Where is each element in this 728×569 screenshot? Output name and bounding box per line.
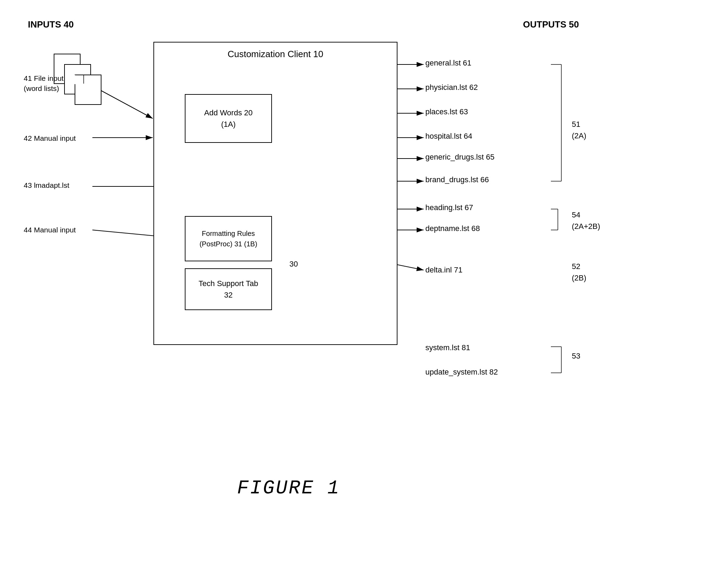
output-64: hospital.lst 64 [425,132,472,141]
input-41-label: 41 File input (word lists) [24,73,63,94]
output-61: general.lst 61 [425,59,471,68]
side-label-51: 51 (2A) [572,118,586,141]
output-65: generic_drugs.lst 65 [425,153,494,162]
bracket-30-label: 30 [289,260,298,269]
input-42-label: 42 Manual input [24,134,76,143]
side-label-53: 53 [572,350,580,362]
output-82: update_system.lst 82 [425,368,498,377]
tech-support-box: Tech Support Tab 32 [185,268,272,310]
output-66: brand_drugs.lst 66 [425,175,489,184]
figure-label: FIGURE 1 [237,477,340,499]
input-43-label: 43 lmadapt.lst [24,181,69,190]
svg-rect-3 [75,75,101,105]
formatting-rules-box: Formatting Rules (PostProc) 31 (1B) [185,216,272,261]
inputs-label: INPUTS 40 [28,19,74,30]
output-68: deptname.lst 68 [425,224,480,233]
output-81: system.lst 81 [425,343,470,352]
output-62: physician.lst 62 [425,83,478,92]
add-words-box: Add Words 20 (1A) [185,94,272,143]
side-label-54: 54 (2A+2B) [572,209,600,232]
output-71: delta.inl 71 [425,266,462,275]
side-label-52: 52 (2B) [572,261,586,284]
outputs-label: OUTPUTS 50 [523,19,579,30]
output-63: places.lst 63 [425,107,468,116]
svg-rect-2 [65,64,91,94]
input-44-label: 44 Manual input [24,226,76,234]
svg-line-4 [101,91,153,118]
main-box-title: Customization Client 10 [188,49,363,60]
output-67: heading.lst 67 [425,203,473,212]
